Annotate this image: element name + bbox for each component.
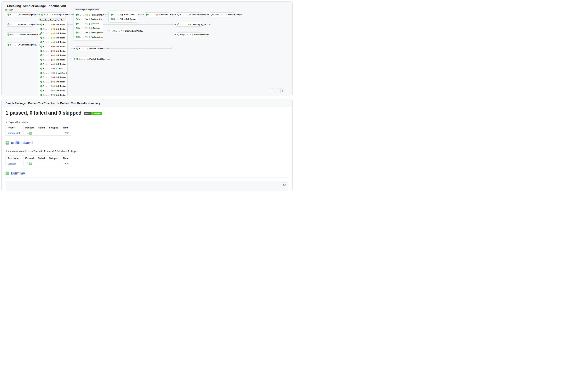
card-documentation: S... / ... /HTML Docu...1m 46sS... / ...… — [109, 11, 138, 23]
node-package-in-source[interactable]: S... / ... /Package in Sou...18s — [40, 12, 66, 17]
copy-button[interactable] — [282, 182, 287, 187]
node-extract-information[interactable]: Sim... / ... /Extract Information4s — [6, 32, 32, 37]
node-intermediate-artifacts[interactable]: S... / ... /Intermediate Artifa... — [110, 29, 136, 33]
job-label: Generate pipelin... — [21, 14, 37, 16]
job-duration: 6s — [38, 24, 40, 25]
job-label: Intermediate Artifa... — [125, 30, 143, 32]
matrix-row[interactable]: S... / ... /Unit Tests - ...19s — [38, 31, 67, 36]
status-success-icon — [7, 33, 10, 36]
matrix-row[interactable]: S... / ... /Unit T...2m 3s — [38, 71, 67, 75]
matrix-row[interactable]: S... / ... /Package ins...11s — [73, 13, 103, 17]
job-prefix: S... / ... / — [43, 90, 50, 92]
dot-green-icon — [91, 23, 92, 24]
job-duration: 22s — [106, 48, 109, 50]
job-label: Unit Tests - ... — [56, 63, 67, 65]
suite-col-header: Test suite — [6, 155, 23, 161]
summary-sentence: 1 tests were completed in 2ms with 1 pas… — [5, 150, 288, 152]
matrix-row[interactable]: S... / ... /Unit Tests - ...14s — [38, 88, 67, 93]
fullscreen-icon — [271, 90, 273, 92]
status-success-icon — [111, 18, 113, 20]
zoom-control: − + — [276, 89, 285, 93]
file-section-heading: ✓ unittest.xml — [5, 141, 288, 147]
matrix-row[interactable]: S... / ... /Unit Tests - ...40s — [38, 62, 67, 66]
matrix-row[interactable]: S... / ... /LaTeX Docu...1m 18s — [109, 17, 138, 21]
dot-lightgreen-icon — [53, 59, 55, 61]
job-prefix: S... / ... / — [113, 18, 121, 20]
matrix-row[interactable]: S... / ... /Unit Tests - ...27s — [38, 57, 67, 62]
job-duration: 2m 7s — [65, 68, 67, 70]
job-prefix: S... / ... / — [79, 58, 86, 60]
summary-header: SimplePackage / PublishTestResults / Pub… — [2, 99, 292, 107]
check-icon: ✓ — [5, 141, 9, 145]
job-prefix: S... / ... / — [148, 14, 155, 16]
penguin-icon — [51, 81, 53, 83]
status-skipped-icon — [177, 23, 179, 25]
results-heading: 1 passed, 0 failed and 0 skipped tests 1… — [5, 110, 288, 118]
suite-heading-link[interactable]: Dummy — [11, 171, 25, 175]
status-success-icon — [40, 46, 43, 48]
matrix-row[interactable]: S... / ... /Unit Tests - ...13s — [38, 79, 67, 84]
matrix-row[interactable]: S... / ... /Unit Tests - ...39s — [38, 27, 67, 31]
job-prefix: S... / ... / — [43, 72, 50, 74]
node-create-tag[interactable]: S... / ... /Create tag '${{ in...0s — [176, 22, 202, 27]
job-label: Unit Tests - ... — [56, 94, 67, 96]
node-create-or-update-release[interactable]: S... / ... /Create or Update R... — [176, 12, 202, 17]
chart-icon — [87, 48, 89, 50]
status-neutral-icon — [111, 30, 114, 32]
matrix-row[interactable]: S... / ... /Unit Tests - ...15s — [38, 84, 67, 88]
expand-for-details-toggle[interactable]: ▼ Expand for details — [5, 121, 288, 123]
check-icon: ✓ — [29, 163, 32, 165]
matrix-row[interactable]: S... / ... /Unit Tests - ...14s — [38, 93, 67, 96]
penguin-icon — [51, 85, 53, 87]
matrix-row[interactable]: S... / ... /Package ins...22s — [73, 35, 103, 39]
dot-green-icon — [89, 14, 90, 16]
suite-section-heading: ✓ Dummy — [5, 171, 288, 177]
suite-link[interactable]: Dummy — [8, 162, 16, 165]
job-summary-panel: SimplePackage / PublishTestResults / Pub… — [1, 99, 293, 191]
job-label: Unit Tests - ... — [56, 37, 67, 39]
job-prefix: S... / ... / — [43, 50, 50, 52]
matrix-row[interactable]: S... / ... /Unit T...2m 7s — [38, 66, 67, 71]
node-publish-code-coverage[interactable]: S... / ... /Publish Code C...22s — [75, 47, 101, 51]
summary-title: Publish Test Results summary — [60, 101, 100, 105]
job-label: Unit Tests - ... — [56, 32, 67, 34]
matrix-row[interactable]: S... / ... /Unit Tests - ...18s — [38, 40, 67, 44]
node-generate-pipeline-2[interactable]: S... / ... /Generate pipelin...4s — [6, 43, 32, 47]
matrix-row[interactable]: S... / ... /Unit Tests - ...28s — [38, 44, 67, 49]
node-extract-configuration[interactable]: S... / ... /Extract configur...6s — [6, 22, 32, 27]
window-icon — [86, 27, 88, 29]
matrix-row[interactable]: S... / ... /Unit Tests - ...16s — [38, 75, 67, 80]
report-link[interactable]: unittest.xml — [8, 132, 20, 134]
zoom-in-button[interactable]: + — [281, 89, 284, 93]
matrix-row[interactable]: S... / ... /Unit Tests - ...25s — [38, 53, 67, 58]
job-duration: 18s — [70, 14, 74, 16]
matrix-row[interactable]: S... / ... /Unit Tests - ...30s — [38, 49, 67, 53]
job-prefix: S... / ... / — [43, 32, 50, 34]
job-label: Package ins... — [91, 18, 103, 20]
job-label: Generate pipelin... — [21, 44, 37, 46]
status-success-icon — [76, 36, 78, 38]
matrix-row[interactable]: S... / ... /HTML Docu...1m 46s — [109, 12, 138, 17]
rocket-icon — [226, 14, 228, 16]
fullscreen-button[interactable] — [270, 89, 274, 93]
node-publish-test-results[interactable]: S... / ... /Publish Test Re...14s — [75, 57, 101, 61]
matrix-row[interactable]: S... / ... /Package inst...9s — [73, 30, 103, 35]
node-publish-gh-pages[interactable]: S... / ... /Publish to GH-P...7s — [144, 12, 170, 17]
job-prefix: Sim... / ... / — [10, 33, 19, 36]
penguin-icon — [51, 90, 53, 92]
node-generate-pipeline-1[interactable]: S... / ... /Generate pipelin...3s — [6, 12, 32, 17]
job-prefix: S... / ... / — [43, 81, 50, 83]
matrix-row[interactable]: S... / ... /Packa...1m 48s — [73, 26, 103, 30]
time-col-header: Time — [60, 125, 71, 130]
file-heading-link[interactable]: unittest.xml — [11, 141, 33, 145]
node-artifact-cleanup[interactable]: Simpl... / ... /Artifact Cleanup — [176, 32, 202, 37]
job-prefix: S... / ... / — [43, 85, 50, 87]
node-publish-to-pypi[interactable]: Simple... / ... /Publish to PyPI — [209, 12, 235, 17]
matrix-row[interactable]: S... / ... /Unit Tests - ...20s — [38, 35, 67, 40]
matrix-row[interactable]: S... / ... /Packa...1m 45s — [73, 22, 103, 26]
check-icon: ✓ — [29, 132, 32, 135]
matrix-row[interactable]: S... / ... /Package ins...14s — [73, 17, 103, 22]
kebab-menu-button[interactable] — [283, 101, 288, 106]
matrix-row[interactable]: S... / ... /Unit Tests - ...36s — [38, 22, 67, 27]
zoom-out-button[interactable]: − — [276, 89, 281, 93]
